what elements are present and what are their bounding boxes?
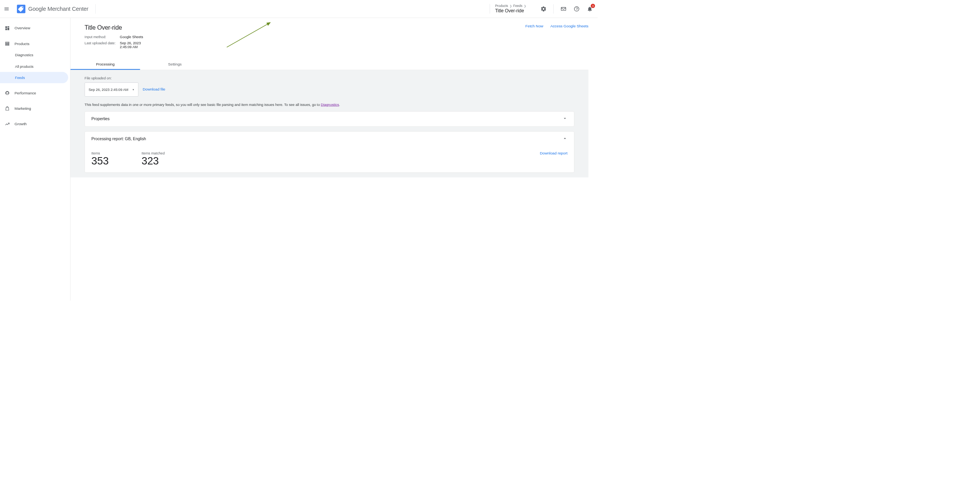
trending-up-icon: [5, 121, 10, 126]
properties-card: Properties: [85, 111, 574, 127]
chevron-right-icon: ❯: [524, 4, 526, 8]
sidebar-label: Overview: [15, 26, 30, 30]
report-title: Processing report: GB, English: [91, 137, 146, 141]
metric-items-matched: Items matched 323: [141, 151, 164, 167]
report-card-header[interactable]: Processing report: GB, English: [85, 132, 574, 146]
sidebar-item-growth[interactable]: Growth: [0, 118, 68, 129]
caret-down-icon: ▼: [132, 88, 134, 91]
picker-value: Sep 26, 2023 2:45:09 AM: [89, 87, 128, 91]
sidebar: Overview Products Diagnostics All produc…: [0, 18, 70, 300]
breadcrumb-feeds[interactable]: Feeds: [513, 4, 522, 8]
app-title: Google Merchant Center: [28, 5, 88, 12]
divider: [554, 4, 554, 13]
sidebar-label: Diagnostics: [15, 53, 33, 57]
shopping-bag-icon: [5, 106, 10, 111]
sidebar-label: Growth: [15, 122, 27, 126]
sidebar-item-feeds[interactable]: Feeds: [0, 72, 68, 83]
feed-note: This feed supplements data in one or mor…: [85, 103, 574, 107]
properties-title: Properties: [91, 117, 109, 121]
fetch-now-button[interactable]: Fetch Now: [525, 24, 544, 28]
access-google-sheets-button[interactable]: Access Google Sheets: [550, 24, 589, 28]
properties-card-header[interactable]: Properties: [85, 112, 574, 126]
divider: [96, 4, 96, 13]
header-icons: 3: [540, 4, 593, 13]
uploaded-date-value: Sep 26, 2023 2:45:09 AM: [120, 41, 588, 49]
breadcrumb-products[interactable]: Products: [495, 4, 508, 8]
hamburger-menu-icon[interactable]: [3, 5, 10, 13]
gear-icon[interactable]: [540, 5, 547, 12]
merchant-center-tag-icon: [17, 5, 25, 13]
input-method-label: Input method:: [85, 35, 120, 39]
sidebar-label: All products: [15, 64, 34, 68]
metric-label: Items: [91, 151, 109, 155]
list-icon: [5, 41, 10, 46]
breadcrumb-block: Products ❯ Feeds ❯ Title Over-ride: [490, 4, 526, 13]
sidebar-label: Marketing: [15, 106, 31, 111]
sidebar-item-diagnostics[interactable]: Diagnostics: [0, 49, 68, 60]
sidebar-label: Feeds: [15, 75, 25, 79]
metric-label: Items matched: [141, 151, 164, 155]
notifications-icon[interactable]: 3: [587, 5, 593, 12]
sidebar-item-overview[interactable]: Overview: [0, 23, 68, 34]
sidebar-item-products[interactable]: Products: [0, 38, 68, 49]
diagnostics-link[interactable]: Diagnostics: [321, 103, 339, 107]
sidebar-item-performance[interactable]: Performance: [0, 87, 68, 99]
dashboard-icon: [5, 25, 10, 30]
sidebar-item-all-products[interactable]: All products: [0, 60, 68, 72]
breadcrumb-current: Title Over-ride: [495, 8, 526, 13]
processing-pane: File uploaded on: Sep 26, 2023 2:45:09 A…: [70, 70, 588, 178]
uploaded-date-label: Last uploaded date:: [85, 41, 120, 49]
performance-icon: [5, 91, 10, 96]
report-card: Processing report: GB, English Items 353…: [85, 131, 574, 173]
breadcrumb: Products ❯ Feeds ❯: [495, 4, 526, 8]
upload-date-picker[interactable]: Sep 26, 2023 2:45:09 AM ▼: [85, 82, 139, 97]
tab-settings[interactable]: Settings: [140, 59, 210, 70]
input-method-value: Google Sheets: [120, 35, 588, 39]
chevron-right-icon: ❯: [510, 4, 512, 8]
metric-items: Items 353: [91, 151, 109, 167]
mail-icon[interactable]: [560, 5, 567, 12]
app-header: Google Merchant Center Products ❯ Feeds …: [0, 0, 598, 18]
tab-processing[interactable]: Processing: [70, 59, 140, 70]
chevron-down-icon: [562, 116, 567, 122]
main-content: Title Over-ride Fetch Now Access Google …: [70, 18, 598, 300]
sidebar-item-marketing[interactable]: Marketing: [0, 103, 68, 114]
tabs: Processing Settings: [70, 59, 588, 70]
notification-badge: 3: [591, 3, 595, 8]
sidebar-label: Performance: [15, 91, 36, 95]
metric-value: 353: [91, 155, 109, 167]
download-file-link[interactable]: Download file: [143, 87, 165, 92]
feed-meta: Input method: Google Sheets Last uploade…: [85, 35, 589, 49]
download-report-link[interactable]: Download report: [540, 151, 568, 155]
app-logo[interactable]: Google Merchant Center: [17, 5, 89, 13]
chevron-up-icon: [562, 136, 567, 142]
sidebar-label: Products: [15, 42, 30, 46]
page-title: Title Over-ride: [85, 24, 122, 31]
file-uploaded-label: File uploaded on:: [85, 76, 574, 80]
help-icon[interactable]: [573, 5, 580, 12]
metric-value: 323: [141, 155, 164, 167]
